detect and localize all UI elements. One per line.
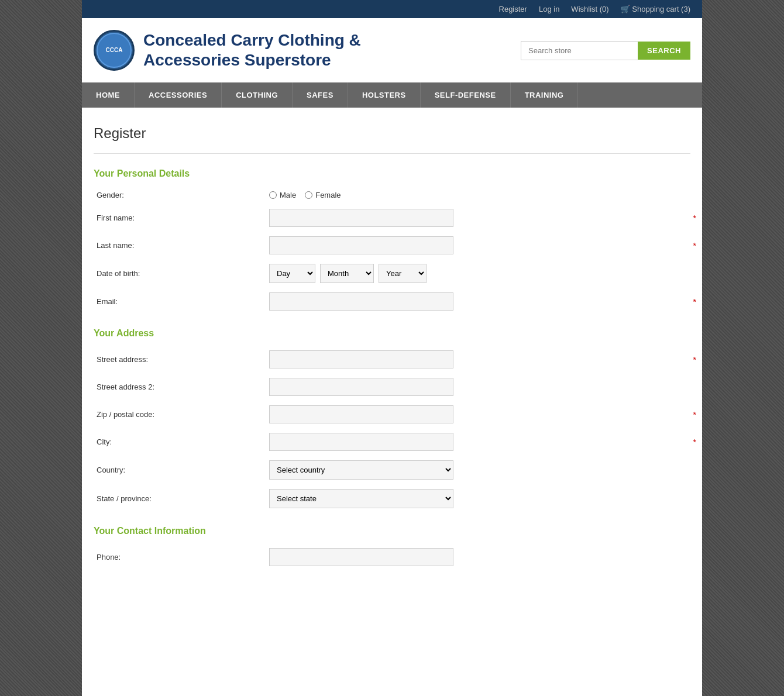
first-name-label: First name: <box>94 213 269 222</box>
dob-row: Date of birth: Day Month Year <box>94 264 690 283</box>
phone-row: Phone: <box>94 548 690 566</box>
email-required: * <box>693 297 696 306</box>
email-field: * <box>269 292 690 311</box>
site-title-line2: Accessories Superstore <box>143 50 361 70</box>
logo-area: CCCA Concealed Carry Clothing & Accessor… <box>94 30 361 71</box>
logo-abbr: CCCA <box>97 33 132 68</box>
zip-input[interactable] <box>269 405 453 423</box>
street2-row: Street address 2: <box>94 378 690 396</box>
zip-label: Zip / postal code: <box>94 410 269 419</box>
dob-day-select[interactable]: Day <box>269 264 315 283</box>
dob-year-select[interactable]: Year <box>379 264 427 283</box>
city-required: * <box>693 437 696 447</box>
gender-male-radio[interactable] <box>269 191 277 199</box>
first-name-field: * <box>269 209 690 227</box>
site-title-line1: Concealed Carry Clothing & <box>143 30 361 50</box>
search-input[interactable] <box>521 41 638 60</box>
first-name-row: First name: * <box>94 209 690 227</box>
phone-field <box>269 548 690 566</box>
gender-options: Male Female <box>269 191 690 199</box>
phone-input[interactable] <box>269 548 453 566</box>
city-field: * <box>269 433 690 451</box>
country-field: Select country <box>269 460 690 480</box>
cart-icon: 🛒 <box>621 5 630 13</box>
state-field: Select state <box>269 489 690 508</box>
gender-field: Male Female <box>269 191 690 199</box>
zip-required: * <box>693 410 696 419</box>
search-area: SEARCH <box>521 41 690 60</box>
header: CCCA Concealed Carry Clothing & Accessor… <box>82 18 702 82</box>
street-row: Street address: * <box>94 350 690 368</box>
nav-item-clothing[interactable]: CLOTHING <box>222 82 293 108</box>
gender-male-option[interactable]: Male <box>269 191 296 199</box>
wishlist-link[interactable]: Wishlist (0) <box>571 5 608 13</box>
gender-female-radio[interactable] <box>305 191 312 199</box>
gender-female-option[interactable]: Female <box>305 191 341 199</box>
last-name-row: Last name: * <box>94 236 690 254</box>
gender-male-label: Male <box>280 191 296 199</box>
contact-section: Your Contact Information Phone: <box>94 526 690 566</box>
street2-field <box>269 378 690 396</box>
dob-group: Day Month Year <box>269 264 690 283</box>
country-select[interactable]: Select country <box>269 460 453 480</box>
city-label: City: <box>94 437 269 446</box>
page-title: Register <box>94 125 690 142</box>
nav-item-training[interactable]: TRAINING <box>511 82 579 108</box>
divider <box>94 153 690 154</box>
first-name-input[interactable] <box>269 209 453 227</box>
personal-details-section: Your Personal Details Gender: Male Femal… <box>94 168 690 311</box>
city-row: City: * <box>94 433 690 451</box>
contact-section-title: Your Contact Information <box>94 526 690 536</box>
nav-item-home[interactable]: HOME <box>82 82 135 108</box>
dob-month-select[interactable]: Month <box>320 264 374 283</box>
email-row: Email: * <box>94 292 690 311</box>
nav-item-safes[interactable]: SAFES <box>293 82 348 108</box>
zip-field: * <box>269 405 690 423</box>
top-bar: Register Log in Wishlist (0) 🛒 Shopping … <box>82 0 702 18</box>
email-input[interactable] <box>269 292 453 311</box>
street2-label: Street address 2: <box>94 383 269 391</box>
last-name-required: * <box>693 241 696 250</box>
site-title: Concealed Carry Clothing & Accessories S… <box>143 30 361 70</box>
gender-row: Gender: Male Female <box>94 191 690 199</box>
register-link[interactable]: Register <box>499 5 527 13</box>
last-name-label: Last name: <box>94 241 269 250</box>
state-select[interactable]: Select state <box>269 489 453 508</box>
last-name-input[interactable] <box>269 236 453 254</box>
cart-label: Shopping cart (3) <box>632 5 690 13</box>
last-name-field: * <box>269 236 690 254</box>
main-content: Register Your Personal Details Gender: M… <box>82 108 702 607</box>
street-input[interactable] <box>269 350 453 368</box>
gender-female-label: Female <box>315 191 341 199</box>
country-row: Country: Select country <box>94 460 690 480</box>
nav-item-holsters[interactable]: HOLSTERS <box>348 82 421 108</box>
city-input[interactable] <box>269 433 453 451</box>
dob-label: Date of birth: <box>94 269 269 278</box>
email-label: Email: <box>94 297 269 306</box>
first-name-required: * <box>693 213 696 223</box>
zip-row: Zip / postal code: * <box>94 405 690 423</box>
address-section-title: Your Address <box>94 328 690 339</box>
state-label: State / province: <box>94 494 269 503</box>
street2-input[interactable] <box>269 378 453 396</box>
login-link[interactable]: Log in <box>539 5 559 13</box>
personal-section-title: Your Personal Details <box>94 168 690 179</box>
address-section: Your Address Street address: * Street ad… <box>94 328 690 508</box>
gender-label: Gender: <box>94 191 269 199</box>
dob-field: Day Month Year <box>269 264 690 283</box>
street-label: Street address: <box>94 355 269 364</box>
country-label: Country: <box>94 466 269 474</box>
nav-item-self-defense[interactable]: SELF-DEFENSE <box>421 82 511 108</box>
phone-label: Phone: <box>94 553 269 561</box>
logo-image: CCCA <box>94 30 135 71</box>
search-button[interactable]: SEARCH <box>638 42 690 60</box>
nav-bar: HOME ACCESSORIES CLOTHING SAFES HOLSTERS… <box>82 82 702 108</box>
state-row: State / province: Select state <box>94 489 690 508</box>
street-field: * <box>269 350 690 368</box>
nav-item-accessories[interactable]: ACCESSORIES <box>135 82 222 108</box>
street-required: * <box>693 355 696 364</box>
cart-link[interactable]: 🛒 Shopping cart (3) <box>621 5 690 13</box>
